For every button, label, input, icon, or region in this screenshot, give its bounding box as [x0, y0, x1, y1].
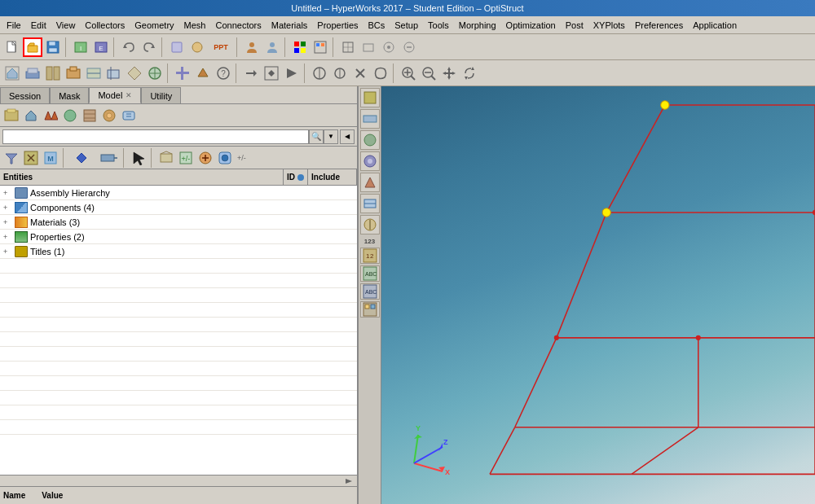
tb2-btn-5[interactable] — [84, 64, 104, 83]
filter-tb-2[interactable] — [22, 149, 40, 167]
model-tb-7[interactable] — [120, 107, 138, 125]
tb-view-4[interactable] — [399, 37, 419, 57]
tree-content[interactable]: + Assembly Hierarchy + Components (4) + … — [0, 186, 357, 475]
menu-optimization[interactable]: Optimization — [501, 19, 561, 32]
zoom-region-btn[interactable] — [399, 64, 418, 83]
menu-collectors[interactable]: Collectors — [80, 19, 130, 32]
tb2-btn-1[interactable] — [2, 64, 22, 83]
vs-btn-1[interactable] — [360, 88, 380, 107]
vs-btn-view[interactable] — [360, 301, 380, 318]
model-tb-5[interactable] — [81, 107, 99, 125]
vs-btn-abc2[interactable]: ABC — [360, 283, 380, 300]
vs-btn-numbers[interactable]: 12 — [360, 248, 380, 264]
open-button[interactable] — [23, 37, 42, 57]
pan-btn[interactable] — [439, 64, 459, 83]
rotate-btn[interactable] — [460, 64, 479, 83]
menu-mesh[interactable]: Mesh — [179, 19, 211, 32]
tree-row-titles[interactable]: + Titles (1) — [0, 244, 357, 259]
model-tb-3[interactable] — [42, 107, 59, 125]
filter-tb-diamond[interactable] — [69, 149, 94, 167]
vs-btn-7[interactable] — [360, 215, 380, 234]
filter-tb-5[interactable] — [157, 149, 175, 167]
horizontal-scrollbar[interactable] — [0, 475, 357, 486]
save-button[interactable] — [43, 37, 63, 57]
expand-components[interactable]: + — [3, 204, 15, 212]
menu-edit[interactable]: Edit — [26, 19, 51, 32]
tb2-btn-13[interactable] — [262, 64, 281, 83]
tb2-btn-8[interactable] — [145, 64, 165, 83]
import-button[interactable]: I — [71, 37, 90, 57]
vs-btn-5[interactable] — [360, 173, 380, 192]
person-btn-1[interactable] — [242, 37, 262, 57]
menu-view[interactable]: View — [51, 19, 81, 32]
menu-connectors[interactable]: Connectors — [210, 19, 266, 32]
tb2-btn-2[interactable] — [23, 64, 42, 83]
model-tb-4[interactable] — [61, 107, 79, 125]
tb2-btn-4[interactable] — [64, 64, 83, 83]
tree-row-assembly[interactable]: + Assembly Hierarchy — [0, 186, 357, 200]
menu-morphing[interactable]: Morphing — [454, 19, 501, 32]
vs-btn-3[interactable] — [360, 130, 380, 150]
expand-button[interactable]: ◀ — [340, 129, 355, 144]
search-button[interactable]: 🔍 — [309, 129, 324, 144]
vs-btn-abc[interactable]: ABC — [360, 265, 380, 282]
filter-tb-4[interactable] — [95, 149, 120, 167]
expand-materials[interactable]: + — [3, 218, 15, 226]
search-input[interactable] — [2, 129, 309, 144]
tb2-btn-6[interactable] — [104, 64, 124, 83]
model-tb-1[interactable] — [2, 107, 20, 125]
menu-xyplots[interactable]: XYPlots — [588, 19, 630, 32]
expand-assembly[interactable]: + — [3, 189, 15, 197]
tab-mask[interactable]: Mask — [50, 87, 89, 103]
search-options-button[interactable]: ▼ — [324, 129, 338, 144]
vs-btn-6[interactable] — [360, 194, 380, 213]
tb2-btn-18[interactable] — [371, 64, 390, 83]
tree-row-materials[interactable]: + Materials (3) — [0, 215, 357, 230]
tb2-btn-9[interactable] — [173, 64, 192, 83]
filter-tb-7[interactable] — [196, 149, 214, 167]
redo-button[interactable] — [139, 37, 159, 57]
menu-post[interactable]: Post — [561, 19, 588, 32]
tb-btn-4[interactable] — [167, 37, 187, 57]
tb2-btn-11[interactable]: ? — [214, 64, 233, 83]
tree-row-properties[interactable]: + Properties (2) — [0, 230, 357, 244]
tb-btn-5[interactable] — [187, 37, 207, 57]
tb2-btn-7[interactable] — [125, 64, 144, 83]
color-btn-1[interactable] — [290, 37, 310, 57]
menu-application[interactable]: Application — [688, 19, 742, 32]
tb2-btn-10[interactable] — [193, 64, 213, 83]
vs-btn-4[interactable] — [360, 151, 380, 171]
menu-file[interactable]: File — [2, 19, 26, 32]
menu-bcs[interactable]: BCs — [363, 19, 390, 32]
tab-model-close[interactable]: ✕ — [126, 91, 132, 99]
filter-tb-1[interactable] — [2, 149, 20, 167]
filter-tb-8[interactable] — [216, 149, 234, 167]
tree-row-components[interactable]: + Components (4) — [0, 200, 357, 215]
tab-session[interactable]: Session — [0, 87, 50, 103]
expand-titles[interactable]: + — [3, 248, 15, 256]
tb2-btn-17[interactable] — [350, 64, 370, 83]
new-button[interactable] — [2, 37, 22, 57]
model-tb-6[interactable] — [100, 107, 118, 125]
tb2-btn-14[interactable] — [282, 64, 302, 83]
menu-materials[interactable]: Materials — [267, 19, 313, 32]
menu-tools[interactable]: Tools — [423, 19, 454, 32]
vs-btn-2[interactable] — [360, 109, 380, 129]
model-tb-2[interactable] — [22, 107, 40, 125]
zoom-out-btn[interactable] — [419, 64, 438, 83]
tb2-btn-12[interactable] — [241, 64, 261, 83]
menu-geometry[interactable]: Geometry — [130, 19, 178, 32]
canvas-3d[interactable]: X Y Z — [381, 86, 815, 504]
tb-view-2[interactable] — [359, 37, 378, 57]
menu-properties[interactable]: Properties — [312, 19, 363, 32]
color-btn-2[interactable] — [311, 37, 330, 57]
tb2-btn-16[interactable] — [330, 64, 350, 83]
tab-utility[interactable]: Utility — [141, 87, 181, 103]
filter-tb-3[interactable]: M — [42, 149, 59, 167]
tb-view-3[interactable] — [379, 37, 399, 57]
select-tool-btn[interactable] — [130, 149, 148, 167]
export-button[interactable]: E — [91, 37, 111, 57]
menu-setup[interactable]: Setup — [390, 19, 423, 32]
filter-tb-6[interactable]: +/- — [177, 149, 195, 167]
expand-properties[interactable]: + — [3, 233, 15, 241]
